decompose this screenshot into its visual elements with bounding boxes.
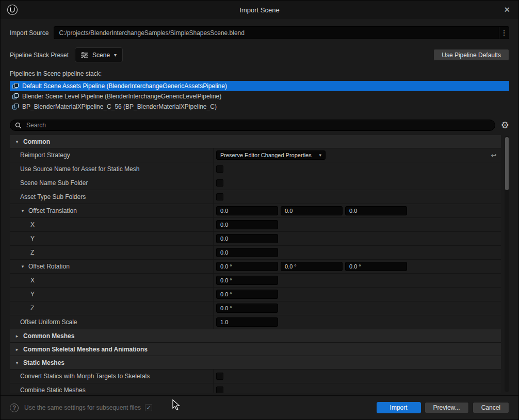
property-row-x: X0.0 ° xyxy=(10,274,501,288)
use-source-name-for-asset-for-static-mesh-checkbox[interactable] xyxy=(216,165,223,173)
property-row-offset-translation: ▾Offset Translation0.00.00.0 xyxy=(10,204,501,218)
section-static-meshes[interactable]: ▾Static Meshes xyxy=(10,356,501,369)
offset-rotation-field-0[interactable]: 0.0 ° xyxy=(216,262,278,271)
unreal-engine-logo-icon xyxy=(7,4,18,15)
row-extra xyxy=(486,260,501,273)
settings-gear-icon[interactable]: ⚙ xyxy=(501,121,509,130)
property-value: 0.0 xyxy=(214,218,486,231)
same-settings-label: Use the same settings for subsequent fil… xyxy=(24,404,141,411)
property-label: Use Source Name for Asset for Static Mes… xyxy=(10,162,214,176)
chevron-down-icon: ▾ xyxy=(319,153,321,158)
pipeline-icon xyxy=(12,83,19,89)
z-field[interactable]: 0.0 ° xyxy=(216,304,278,313)
section-label: Common Skeletal Meshes and Animations xyxy=(23,346,148,353)
import-source-value[interactable] xyxy=(54,29,499,37)
triangle-expanded-icon: ▾ xyxy=(20,208,25,213)
property-value xyxy=(214,176,486,190)
preset-value: Scene xyxy=(92,52,110,59)
offset-rotation-field-2[interactable]: 0.0 ° xyxy=(345,262,407,271)
section-common-skeletal-meshes-and-animations[interactable]: ▸Common Skeletal Meshes and Animations xyxy=(10,343,501,356)
close-icon[interactable]: ✕ xyxy=(501,4,512,15)
footer-buttons: Import Preview... Cancel xyxy=(377,402,509,413)
import-source-label: Import Source xyxy=(10,29,48,37)
dialog-title: Import Scene xyxy=(1,6,518,14)
pipeline-list: Default Scene Assets Pipeline (BlenderIn… xyxy=(10,81,509,112)
cancel-button[interactable]: Cancel xyxy=(473,402,509,413)
search-icon xyxy=(15,122,22,129)
import-source-input[interactable]: ⋮ xyxy=(54,26,509,39)
section-common[interactable]: ▾Common xyxy=(10,135,501,148)
property-value: 0.0 °0.0 °0.0 ° xyxy=(214,260,486,273)
property-label: Offset Uniform Scale xyxy=(10,315,214,329)
property-row-offset-rotation: ▾Offset Rotation0.0 °0.0 °0.0 ° xyxy=(10,260,501,274)
property-row-asset-type-sub-folders: Asset Type Sub Folders xyxy=(10,190,501,204)
reset-to-default-icon[interactable]: ↩ xyxy=(491,152,497,159)
section-common-meshes[interactable]: ▸Common Meshes xyxy=(10,329,501,343)
row-extra xyxy=(486,274,501,287)
y-field[interactable]: 0.0 xyxy=(216,234,278,243)
convert-statics-with-morph-targets-to-skeletals-checkbox[interactable] xyxy=(216,373,223,380)
scrollbar-track[interactable] xyxy=(505,136,509,392)
offset-translation-field-0[interactable]: 0.0 xyxy=(216,206,278,215)
pipeline-item[interactable]: BP_BlenderMaterialXPipeline_C_56 (BP_Ble… xyxy=(10,102,509,112)
property-row-x: X0.0 xyxy=(10,218,501,232)
row-extra xyxy=(486,176,501,190)
property-label: ▾Offset Rotation xyxy=(10,260,214,273)
property-value: 0.0 ° xyxy=(214,288,486,301)
property-label: Z xyxy=(10,246,214,259)
scene-name-sub-folder-checkbox[interactable] xyxy=(216,179,223,187)
import-scene-dialog: Import Scene ✕ Import Source ⋮ Pipeline … xyxy=(0,0,519,420)
triangle-expanded-icon: ▾ xyxy=(14,360,20,365)
pipeline-preset-row: Pipeline Stack Preset Scene ▾ Use Pipeli… xyxy=(10,47,509,62)
row-extra xyxy=(486,232,501,245)
search-box[interactable] xyxy=(10,120,495,131)
property-row-use-source-name-for-asset-for-static-mesh: Use Source Name for Asset for Static Mes… xyxy=(10,162,501,176)
property-label: Combine Static Meshes xyxy=(10,383,214,393)
triangle-collapsed-icon: ▸ xyxy=(14,347,20,352)
search-row: ⚙ xyxy=(10,120,509,131)
property-rows: ▾CommonReimport StrategyPreserve Editor … xyxy=(10,135,501,393)
x-field[interactable]: 0.0 xyxy=(216,220,278,229)
pipeline-item[interactable]: Blender Scene Level Pipeline (BlenderInt… xyxy=(10,91,509,102)
property-label: Y xyxy=(10,288,214,301)
row-extra xyxy=(486,288,501,301)
pipelines-stack-label: Pipelines in Scene pipeline stack: xyxy=(10,70,509,77)
same-settings-checkbox[interactable]: ✓ xyxy=(145,404,152,411)
import-button[interactable]: Import xyxy=(377,402,421,413)
section-label: Static Meshes xyxy=(23,359,64,366)
row-extra xyxy=(486,190,501,204)
pipeline-preset-dropdown[interactable]: Scene ▾ xyxy=(75,47,123,62)
use-pipeline-defaults-button[interactable]: Use Pipeline Defaults xyxy=(433,49,509,61)
property-row-convert-statics-with-morph-targets-to-skeletals: Convert Statics with Morph Targets to Sk… xyxy=(10,369,501,383)
property-row-z: Z0.0 ° xyxy=(10,301,501,315)
asset-type-sub-folders-checkbox[interactable] xyxy=(216,193,223,200)
x-field[interactable]: 0.0 ° xyxy=(216,276,278,285)
property-label: X xyxy=(10,218,214,231)
property-row-z: Z0.0 xyxy=(10,246,501,260)
scrollbar-thumb[interactable] xyxy=(505,137,509,190)
property-label: ▾Offset Translation xyxy=(10,204,214,217)
pipeline-item-label: BP_BlenderMaterialXPipeline_C_56 (BP_Ble… xyxy=(22,103,217,110)
search-input[interactable] xyxy=(25,121,490,129)
row-extra xyxy=(486,383,501,393)
offset-uniform-scale-field[interactable]: 1.0 xyxy=(216,317,278,327)
row-extra xyxy=(486,162,501,176)
y-field[interactable]: 0.0 ° xyxy=(216,290,278,299)
pipeline-item-label: Default Scene Assets Pipeline (BlenderIn… xyxy=(22,82,227,90)
more-options-icon[interactable]: ⋮ xyxy=(499,27,509,39)
row-extra xyxy=(486,301,501,315)
pipeline-item[interactable]: Default Scene Assets Pipeline (BlenderIn… xyxy=(10,81,509,91)
combine-static-meshes-checkbox[interactable] xyxy=(216,387,223,393)
z-field[interactable]: 0.0 xyxy=(216,248,278,257)
pipeline-preset-label: Pipeline Stack Preset xyxy=(10,52,69,59)
title-bar: Import Scene ✕ xyxy=(1,1,518,19)
property-value: 1.0 xyxy=(214,315,486,329)
offset-translation-field-1[interactable]: 0.0 xyxy=(281,206,343,215)
help-icon[interactable]: ? xyxy=(10,404,19,412)
offset-translation-field-2[interactable]: 0.0 xyxy=(345,206,407,215)
preview-button[interactable]: Preview... xyxy=(425,402,469,413)
import-source-row: Import Source ⋮ xyxy=(10,26,509,39)
reimport-strategy-dropdown[interactable]: Preserve Editor Changed Properties▾ xyxy=(216,150,326,160)
offset-rotation-field-1[interactable]: 0.0 ° xyxy=(281,262,343,271)
property-row-y: Y0.0 xyxy=(10,232,501,246)
